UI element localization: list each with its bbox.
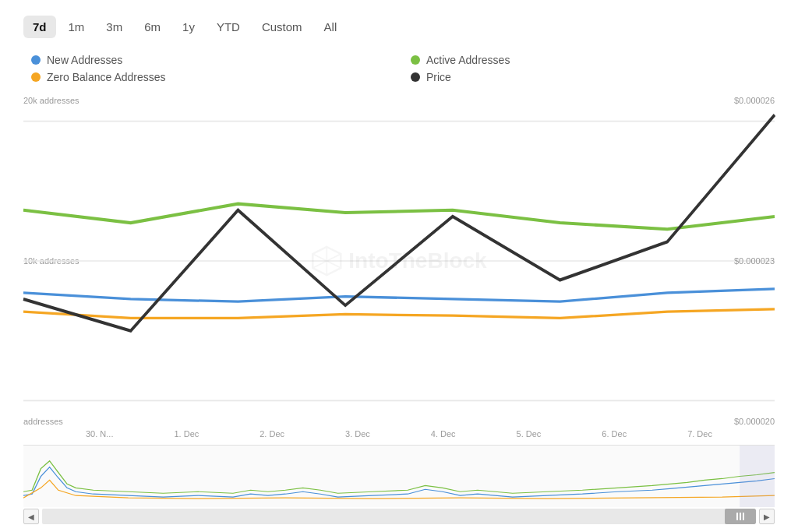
time-btn-1y[interactable]: 1y: [173, 16, 204, 38]
legend-dot-price: [411, 72, 420, 82]
x-label-6: 6. Dec: [602, 429, 627, 439]
legend-dot-new: [31, 55, 41, 65]
time-btn-ytd[interactable]: YTD: [207, 16, 249, 38]
time-btn-3m[interactable]: 3m: [97, 16, 132, 38]
legend-new-addresses: New Addresses: [31, 54, 395, 66]
time-btn-custom[interactable]: Custom: [252, 16, 312, 38]
time-btn-1m[interactable]: 1m: [59, 16, 94, 38]
time-btn-all[interactable]: All: [315, 16, 347, 38]
active-addresses-line: [23, 204, 775, 230]
x-label-1: 1. Dec: [174, 429, 199, 439]
mini-chart: Jul '23 Jan '24 Jul '24: [23, 445, 775, 507]
scroll-bar: ◀ ▶: [23, 509, 775, 524]
legend-label-active: Active Addresses: [426, 54, 510, 66]
legend-label-new: New Addresses: [47, 54, 122, 66]
scroll-thumb-lines: [736, 513, 744, 520]
scroll-thumb[interactable]: [725, 509, 756, 524]
legend-dot-active: [411, 55, 420, 65]
x-label-4: 4. Dec: [431, 429, 456, 439]
x-axis-container: 30. N... 1. Dec 2. Dec 3. Dec 4. Dec 5. …: [23, 426, 775, 442]
legend-dot-zero: [31, 72, 41, 82]
svg-rect-8: [740, 446, 775, 507]
time-btn-7d[interactable]: 7d: [23, 16, 56, 38]
legend-active-addresses: Active Addresses: [411, 54, 775, 66]
x-label-3: 3. Dec: [345, 429, 370, 439]
x-axis: 30. N... 1. Dec 2. Dec 3. Dec 4. Dec 5. …: [86, 426, 712, 442]
scroll-thumb-line-2: [740, 513, 741, 520]
time-btn-6m[interactable]: 6m: [135, 16, 170, 38]
scroll-track[interactable]: [42, 509, 756, 524]
chart-area: 20k addresses 10k addresses addresses In…: [23, 96, 775, 524]
scroll-thumb-line-3: [743, 513, 744, 520]
time-range-buttons: 7d 1m 3m 6m 1y YTD Custom All: [23, 16, 775, 38]
legend-label-price: Price: [426, 71, 451, 83]
x-label-0: 30. N...: [86, 429, 113, 439]
scroll-thumb-line-1: [736, 513, 738, 520]
legend-label-zero: Zero Balance Addresses: [47, 71, 166, 83]
chart-legend: New Addresses Active Addresses Zero Bala…: [23, 54, 775, 83]
x-label-2: 2. Dec: [260, 429, 284, 439]
x-label-7: 7. Dec: [687, 429, 712, 439]
mini-chart-svg: [23, 446, 775, 507]
new-addresses-line: [23, 289, 775, 301]
legend-zero-balance: Zero Balance Addresses: [31, 71, 395, 83]
main-container: 7d 1m 3m 6m 1y YTD Custom All New Addres…: [0, 0, 798, 532]
legend-price: Price: [411, 71, 775, 83]
zero-balance-line: [23, 309, 775, 318]
main-chart-svg: [23, 96, 775, 426]
x-label-5: 5. Dec: [517, 429, 542, 439]
